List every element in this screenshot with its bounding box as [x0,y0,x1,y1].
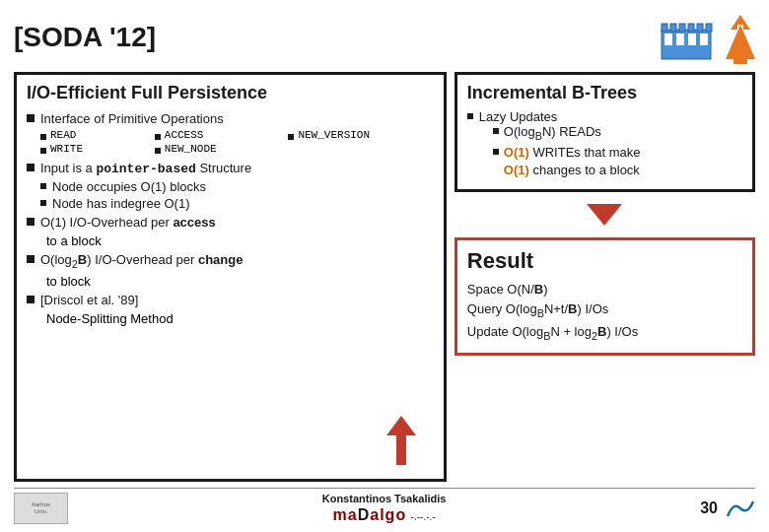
slide: [SODA '12] [0,0,769,532]
top-icons [657,10,755,64]
bullet3-cont: to a block [46,233,434,248]
r-sub1-text: O(logBN) READs [504,124,601,142]
svg-rect-9 [697,24,703,32]
svg-rect-4 [700,33,708,45]
svg-rect-1 [664,33,672,45]
r-sub2-cont: O(1) changes to a block [504,163,641,177]
footer: AarhusUniv. Konstantinos Tsakalidis maDa… [14,488,755,524]
bullet2-sub2-sq [40,200,46,206]
result-line2: Query O(logBN+t/B) I/Os [467,299,742,322]
bullet2-sq [27,164,35,171]
slide-title: [SODA '12] [14,22,156,53]
lazy-sub-items: O(logBN) READs O(1) WRITEs that make O(1… [493,124,641,177]
presenter-name: Konstantinos Tsakalidis [322,493,447,504]
ops-access-sq [155,134,161,140]
ops-nn-sq [155,148,161,154]
ops-read-sq [40,134,46,140]
bullet2-sub2: Node has indegree O(1) [40,196,434,211]
bullet4-text: O(log2B) I/O-Overhead per change [40,252,243,270]
up-arrow-connector [386,416,416,465]
title-area: [SODA '12] [14,10,755,64]
wave-icon [726,497,755,521]
svg-marker-11 [726,25,755,64]
btrees-title: Incremental B-Trees [467,83,742,103]
result-line3: Update O(logBN + log2B) I/Os [467,322,742,345]
bullet2-sub1: Node occupies O(1) blocks [40,179,434,194]
bullet3: O(1) I/O-Overhead per access [27,215,434,230]
r-sub2-text: O(1) WRITEs that make [504,145,641,160]
ops-nv-label: NEW_VERSION [298,129,370,141]
right-sub1: O(logBN) READs [493,124,641,142]
bullet2-sub1-sq [40,183,46,189]
svg-marker-13 [386,416,416,465]
lazy-sq [467,113,473,119]
bullet2-subitems: Node occupies O(1) blocks Node has indeg… [40,179,434,211]
r-sub1-sq [493,128,499,134]
lazy-bullet: Lazy Updates O(logBN) READs O(1) WRITEs … [467,109,742,177]
lazy-content: Lazy Updates O(logBN) READs O(1) WRITEs … [479,109,641,177]
page-number: 30 [700,499,718,517]
r-sub2-sq [493,149,499,155]
madalgo-logo: ma [333,506,358,523]
ops-write-label: WRITE [50,143,83,155]
svg-rect-7 [679,24,685,32]
down-arrow-icon [587,204,622,226]
ops-write-sq [40,148,46,154]
left-panel: I/O-Efficient Full Persistence Interface… [14,72,447,482]
footer-right: 30 [700,497,755,521]
uni-logos: AarhusUniv. [14,493,68,524]
ops-grid: READ ACCESS NEW_VERSION WRITE [40,129,434,155]
bullet4-sq [27,255,35,263]
madalgo-dots: -.--.-.- [411,511,436,522]
bullet4: O(log2B) I/O-Overhead per change [27,252,434,270]
svg-rect-10 [706,24,712,32]
footer-logos: AarhusUniv. [14,493,68,524]
result-title: Result [467,248,742,274]
svg-rect-8 [688,24,694,32]
left-panel-title: I/O-Efficient Full Persistence [27,83,434,103]
lazy-label: Lazy Updates [479,109,558,124]
bullet2-sub1-text: Node occupies O(1) blocks [52,179,206,194]
bullet5-sq [27,296,35,303]
bridge-icon [657,10,755,64]
bullet4-cont: to block [46,274,434,289]
ops-nn-label: NEW_NODE [165,143,217,155]
result-box: Result Space O(N/B) Query O(logBN+t/B) I… [454,237,755,357]
btrees-box: Incremental B-Trees Lazy Updates O(logBN… [454,72,755,192]
main-content: I/O-Efficient Full Persistence Interface… [14,72,755,482]
ops-write: WRITE [40,143,147,155]
ops-read-label: READ [50,129,76,141]
footer-center-area: Konstantinos Tsakalidis maDalgo -.--.-.- [322,493,447,524]
bullet1: Interface of Primitive Operations [27,111,434,126]
algo-text: algo [370,506,406,523]
ops-newnode: NEW_NODE [155,143,281,155]
down-arrow-area [454,200,755,230]
bullet1-section: Interface of Primitive Operations READ A… [27,111,434,157]
bullet5-text: [Driscol et al. '89] [40,293,138,307]
svg-rect-6 [670,24,676,32]
bullet5-cont: Node-Splitting Method [46,311,434,326]
bullet3-text: O(1) I/O-Overhead per access [40,215,216,230]
d-letter: D [358,506,371,523]
result-line1: Space O(N/B) [467,280,742,300]
madalgo-area: maDalgo -.--.-.- [322,506,447,524]
ops-access: ACCESS [155,129,281,141]
bullet2-sub2-text: Node has indegree O(1) [52,196,189,211]
svg-rect-5 [662,24,667,32]
bullet5: [Driscol et al. '89] [27,293,434,307]
bullet1-label: Interface of Primitive Operations [40,111,224,126]
ops-read: READ [40,129,147,141]
bullet3-sq [27,218,35,226]
bullet2: Input is a pointer-based Structure [27,161,434,176]
ops-access-label: ACCESS [165,129,204,141]
bullet2-section: Input is a pointer-based Structure Node … [27,161,434,211]
ops-nv-sq [288,134,294,140]
right-panel: Incremental B-Trees Lazy Updates O(logBN… [454,72,755,482]
ops-newversion: NEW_VERSION [288,129,433,141]
svg-rect-3 [688,33,696,45]
right-sub2: O(1) WRITEs that make [493,145,641,160]
svg-rect-2 [676,33,684,45]
bullet2-text: Input is a pointer-based Structure [40,161,251,176]
uni-logo1: AarhusUniv. [14,493,68,524]
bullet1-square [27,114,35,122]
